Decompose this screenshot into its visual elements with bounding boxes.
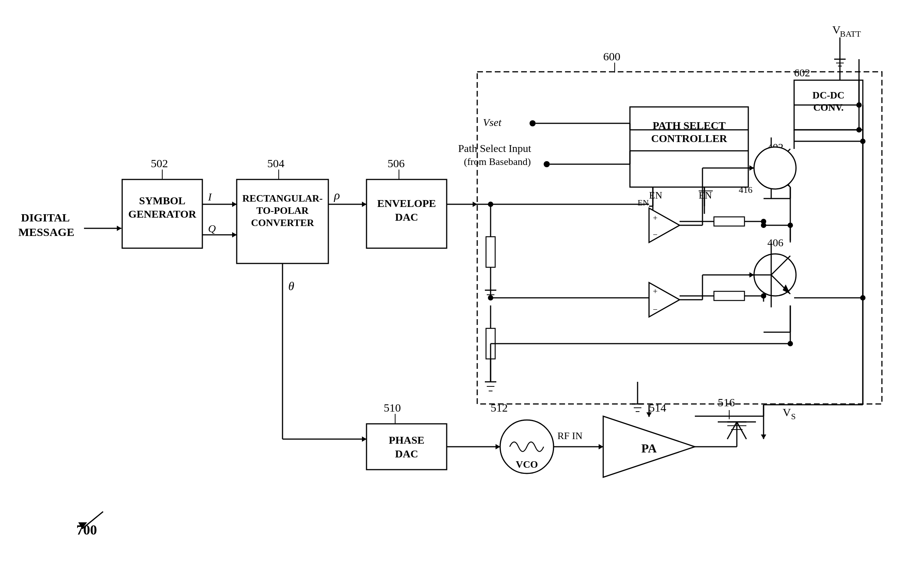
signal-theta-label: θ — [288, 279, 294, 293]
svg-text:S: S — [791, 412, 796, 421]
ref-514: 514 — [649, 401, 666, 414]
svg-text:CONTROLLER: CONTROLLER — [651, 132, 727, 144]
resistor-lower-1 — [714, 291, 744, 301]
svg-text:CONVERTER: CONVERTER — [251, 217, 314, 228]
svg-text:EN: EN — [638, 198, 649, 207]
vset-port — [530, 120, 536, 126]
path-select-controller-box — [630, 107, 748, 187]
path-select-port — [544, 161, 550, 167]
svg-text:+: + — [653, 286, 657, 296]
svg-text:−: − — [653, 305, 657, 314]
vbatt-label: V — [832, 23, 841, 36]
diagram-container: 700 DIGITAL MESSAGE 502 SYMBOL GENERATOR… — [0, 0, 922, 588]
symbol-generator-label: SYMBOL — [139, 195, 185, 207]
svg-text:VCO: VCO — [516, 459, 538, 470]
phase-dac-box — [366, 424, 447, 470]
svg-point-50 — [754, 147, 796, 189]
svg-text:ENVELOPE: ENVELOPE — [377, 198, 436, 209]
ref-502: 502 — [151, 157, 168, 170]
vset-label: Vset — [483, 116, 502, 128]
resistor-upper-2 — [486, 237, 495, 267]
svg-text:−: − — [653, 230, 657, 239]
svg-text:RECTANGULAR-: RECTANGULAR- — [242, 193, 323, 204]
svg-text:BATT: BATT — [840, 29, 861, 39]
rf-in-label: RF IN — [557, 430, 583, 441]
svg-text:PA: PA — [641, 441, 657, 455]
svg-text:PHASE: PHASE — [389, 434, 424, 446]
digital-message-label: DIGITAL — [21, 211, 70, 224]
svg-point-104 — [761, 219, 766, 224]
svg-text:DAC: DAC — [395, 211, 418, 223]
signal-i-label: I — [208, 191, 212, 203]
ref-512: 512 — [490, 401, 508, 414]
svg-point-142 — [860, 139, 865, 144]
svg-text:GENERATOR: GENERATOR — [128, 208, 197, 220]
en-bar-label: EN — [699, 190, 712, 201]
svg-point-106 — [761, 293, 766, 299]
svg-point-90 — [856, 127, 862, 132]
svg-text:DAC: DAC — [395, 448, 418, 460]
svg-text:MESSAGE: MESSAGE — [18, 225, 74, 238]
svg-text:(from Baseband): (from Baseband) — [464, 156, 531, 167]
svg-point-139 — [856, 102, 862, 108]
signal-q-label: Q — [208, 222, 216, 234]
ref-600: 600 — [603, 50, 620, 63]
svg-text:+: + — [653, 213, 657, 222]
en-label: EN — [649, 190, 662, 201]
svg-text:DC-DC: DC-DC — [812, 90, 845, 101]
vs-label: V — [783, 406, 791, 418]
svg-text:CONV.: CONV. — [813, 102, 844, 113]
svg-text:TO-POLAR: TO-POLAR — [257, 205, 309, 216]
ref-406: 406 — [767, 237, 783, 248]
ref-506: 506 — [387, 157, 405, 170]
ref-504: 504 — [267, 157, 284, 170]
signal-rho-label: ρ — [333, 188, 340, 202]
resistor-upper-1 — [714, 217, 744, 226]
svg-point-97 — [788, 341, 793, 346]
ref-602: 602 — [794, 67, 810, 78]
ref-510: 510 — [384, 401, 401, 414]
svg-point-61 — [488, 202, 493, 207]
ref-516: 516 — [718, 396, 735, 408]
ref-416: 416 — [739, 185, 752, 195]
path-select-input-label: Path Select Input — [458, 142, 531, 154]
